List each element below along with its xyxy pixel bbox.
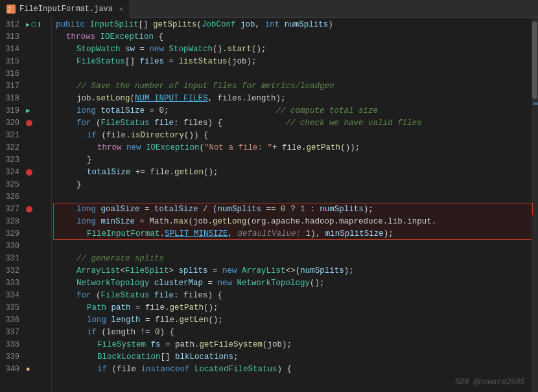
code-line-338: FileSystem fs = path.getFileSystem(job); (56, 338, 538, 351)
code-line-314: StopWatch sw = new StopWatch().start(); (56, 43, 538, 55)
watermark: SDN @howard2005 (455, 378, 525, 387)
code-line-313: throws IOException { (56, 30, 538, 43)
gutter-row-339: 339 (0, 351, 51, 363)
gutter-row-333: 333 (0, 277, 51, 289)
code-line-334: for (FileStatus file: files) { (56, 289, 538, 301)
tab-filename: FileInputFormat.java (19, 5, 113, 14)
gutter-row-330: 330 (0, 240, 51, 252)
minimap-highlight (533, 102, 538, 105)
vertical-scrollbar[interactable] (532, 18, 538, 392)
code-line-327: long goalSize = totalSize / (numSplits =… (56, 203, 538, 215)
gutter-icons-312: ▶ ⬡ ℹ (25, 21, 51, 29)
run-icon: ▶ (26, 21, 30, 29)
gutter-row-314: 314 (0, 43, 51, 55)
code-line-336: long length = file.getLen(); (56, 314, 538, 326)
code-lines: public InputSplit[] getSplits(JobConf jo… (56, 18, 538, 375)
tab-bar: J FileInputFormat.java ✕ (0, 0, 538, 18)
gutter-row-315: 315 (0, 55, 51, 67)
file-tab[interactable]: J FileInputFormat.java ✕ (0, 0, 130, 18)
debug-icon: ⬡ (31, 21, 37, 29)
code-line-320: for (FileStatus file: files) { // check … (56, 117, 538, 129)
gutter-row-325: 325 (0, 178, 51, 190)
gutter-row-322: 322 (0, 141, 51, 154)
code-line-326 (56, 190, 538, 203)
code-line-332: ArrayList<FileSplit> splits = new ArrayL… (56, 264, 538, 277)
gutter-row-316: 316 (0, 67, 51, 80)
gutter-row-318: 318 (0, 92, 51, 104)
gutter-row-338: 338 (0, 338, 51, 351)
line-number-312: 312 (0, 20, 25, 29)
breakpoint-324[interactable] (26, 169, 32, 176)
svg-text:J: J (8, 7, 11, 13)
code-line-317: // Save the number of input files for me… (56, 80, 538, 92)
tab-close-button[interactable]: ✕ (119, 5, 123, 13)
code-line-312: public InputSplit[] getSplits(JobConf jo… (56, 18, 538, 30)
gutter-row-332: 332 (0, 264, 51, 277)
code-line-331: // generate splits (56, 252, 538, 264)
code-line-325: } (56, 178, 538, 190)
gutter-row-324: 324 (0, 166, 51, 178)
gutter-row-312: 312 ▶ ⬡ ℹ (0, 18, 51, 30)
gutter-row-323: 323 (0, 154, 51, 166)
code-line-315: FileStatus[] files = listStatus(job); (56, 55, 538, 67)
gutter-row-329: 329 (0, 227, 51, 240)
code-line-324: totalSize += file.getLen(); (56, 166, 538, 178)
gutter-row-313: 313 (0, 30, 51, 43)
gutter-row-317: 317 (0, 80, 51, 92)
info-icon: ℹ (38, 21, 41, 29)
gutter-row-327: 327 (0, 203, 51, 215)
code-line-328: long minSize = Math.max(job.getLong(org.… (56, 215, 538, 227)
code-line-319: long totalSize = 0; // compute total siz… (56, 104, 538, 117)
editor-body: 312 ▶ ⬡ ℹ 313 314 315 316 (0, 18, 538, 392)
gutter-row-334: 334 (0, 289, 51, 301)
code-line-330 (56, 240, 538, 252)
gutter-row-328: 328 (0, 215, 51, 227)
gutter-row-340: 340 ● (0, 363, 51, 375)
code-content: public InputSplit[] getSplits(JobConf jo… (52, 18, 538, 392)
execution-arrow-icon: ▶ (26, 106, 30, 115)
gutter-row-337: 337 (0, 326, 51, 338)
gutter-row-319: 319 ▶ (0, 104, 51, 117)
editor-container: J FileInputFormat.java ✕ 312 ▶ ⬡ ℹ 313 (0, 0, 538, 392)
code-line-339: BlockLocation[] blkLocations; (56, 351, 538, 363)
gutter-row-320: 320 (0, 117, 51, 129)
gutter-row-326: 326 (0, 190, 51, 203)
warning-icon-340: ● (26, 365, 30, 373)
java-file-icon: J (6, 5, 16, 14)
code-line-337: if (length != 0) { (56, 326, 538, 338)
code-line-333: NetworkTopology clusterMap = new Network… (56, 277, 538, 289)
scrollbar-thumb[interactable] (532, 21, 537, 99)
code-line-323: } (56, 154, 538, 166)
breakpoint-320[interactable] (26, 120, 32, 126)
line-gutter: 312 ▶ ⬡ ℹ 313 314 315 316 (0, 18, 52, 392)
breakpoint-327[interactable] (26, 206, 32, 213)
gutter-row-331: 331 (0, 252, 51, 264)
code-line-340: if (file instanceof LocatedFileStatus) { (56, 363, 538, 375)
gutter-row-335: 335 (0, 301, 51, 314)
code-line-321: if (file.isDirectory()) { (56, 129, 538, 141)
code-line-316 (56, 67, 538, 80)
code-line-335: Path path = file.getPath(); (56, 301, 538, 314)
code-line-318: job.setLong(NUM_INPUT_FILES, files.lengt… (56, 92, 538, 104)
code-line-322: throw new IOException("Not a file: "+ fi… (56, 141, 538, 154)
gutter-row-321: 321 (0, 129, 51, 141)
gutter-row-336: 336 (0, 314, 51, 326)
code-line-329: FileInputFormat.SPLIT_MINSIZE, defaultVa… (56, 227, 538, 240)
